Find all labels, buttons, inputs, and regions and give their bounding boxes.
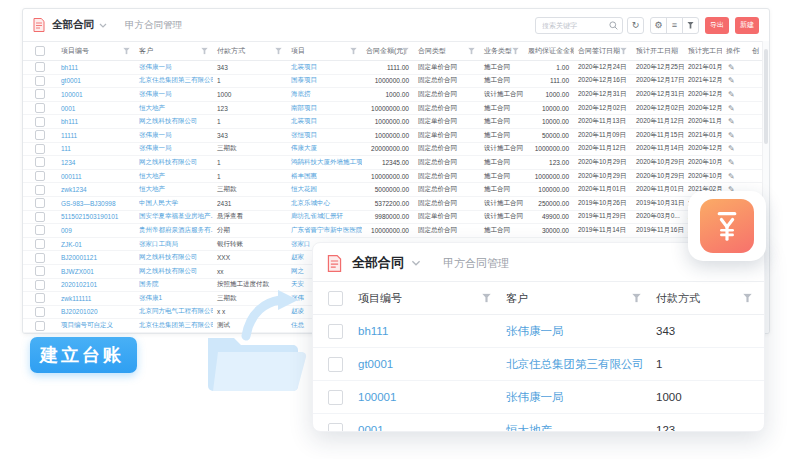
select-all-checkbox[interactable] <box>328 291 343 306</box>
column-header[interactable]: 合同签订日期 <box>574 42 632 61</box>
search-input[interactable] <box>536 22 609 29</box>
cell-code[interactable]: 2020102101 <box>57 278 135 292</box>
chevron-down-icon[interactable] <box>99 23 107 28</box>
columns-icon[interactable]: ≡ <box>666 17 683 34</box>
gear-icon[interactable]: ⚙ <box>650 17 667 34</box>
filter-icon[interactable] <box>482 294 491 303</box>
row-checkbox[interactable] <box>328 324 343 339</box>
filter-icon[interactable] <box>682 17 699 34</box>
column-header[interactable]: 合同类型 <box>414 42 480 61</box>
cell-customer[interactable]: 网之线科技有限公司 <box>135 264 213 278</box>
cell-code[interactable]: 11111 <box>57 128 135 142</box>
edit-icon[interactable]: ✎ <box>728 158 735 167</box>
row-checkbox[interactable] <box>35 266 45 276</box>
edit-icon[interactable]: ✎ <box>728 76 735 85</box>
cell-code[interactable]: 0001 <box>57 101 135 115</box>
cell-code[interactable]: 111 <box>57 142 135 156</box>
cell-customer[interactable]: 张伟康一局 <box>135 61 213 75</box>
cell-code[interactable]: BJWZX001 <box>57 264 135 278</box>
export-button[interactable]: 导出 <box>705 17 729 34</box>
cell-code[interactable]: 000111 <box>57 169 135 183</box>
row-checkbox[interactable] <box>35 117 45 127</box>
edit-icon[interactable]: ✎ <box>728 63 735 72</box>
cell-customer[interactable]: 张伟康一局 <box>135 128 213 142</box>
column-header[interactable]: 合同金额(元) <box>362 42 414 61</box>
row-checkbox[interactable] <box>35 253 45 263</box>
cell-code[interactable]: 1234 <box>57 156 135 170</box>
cell-code[interactable]: 项目编号可自定义 <box>57 319 135 333</box>
cell-customer[interactable]: 国安华夏幸福基业房地产... <box>135 210 213 224</box>
cell-code[interactable]: BJ20001121 <box>57 251 135 265</box>
cell-customer[interactable]: 张伟康一局 <box>135 88 213 102</box>
filter-icon[interactable] <box>123 48 130 55</box>
column-header[interactable]: 客户 <box>505 282 655 315</box>
cell-code[interactable]: GS-983—BJ30998 <box>57 196 135 210</box>
row-checkbox[interactable] <box>328 357 343 372</box>
column-header[interactable]: 付款方式 <box>655 282 765 315</box>
cell-project[interactable]: 北京乐城中心 <box>287 196 362 210</box>
cell-code[interactable]: gt0001 <box>57 74 135 88</box>
cell-customer[interactable]: 北京住总集团第三有限公司 <box>135 74 213 88</box>
filter-icon[interactable] <box>632 294 641 303</box>
edit-icon[interactable]: ✎ <box>728 172 735 181</box>
cell-customer[interactable]: 网之线科技有限公司 <box>135 115 213 129</box>
filter-icon[interactable] <box>275 48 282 55</box>
row-checkbox[interactable] <box>35 225 45 235</box>
cell-project[interactable]: 张恒项目 <box>287 128 362 142</box>
edit-icon[interactable]: ✎ <box>728 117 735 126</box>
column-header[interactable]: 预计开工日期 <box>632 42 684 61</box>
row-checkbox[interactable] <box>35 212 45 222</box>
cell-customer[interactable]: 张伟康一局 <box>505 381 655 414</box>
cell-project[interactable]: 北装项目 <box>287 115 362 129</box>
search-icon[interactable] <box>609 21 622 30</box>
row-checkbox[interactable] <box>35 198 45 208</box>
cell-code[interactable]: 100001 <box>357 381 505 414</box>
cell-code[interactable]: zwk111111 <box>57 292 135 306</box>
filter-icon[interactable] <box>350 48 357 55</box>
cell-project[interactable]: 北装项目 <box>287 61 362 75</box>
cell-customer[interactable]: 张家口工商局 <box>135 237 213 251</box>
filter-icon[interactable] <box>512 48 519 55</box>
cell-project[interactable]: 廊坊孔雀城汇景轩 <box>287 210 362 224</box>
chevron-down-icon[interactable] <box>411 260 421 266</box>
row-checkbox[interactable] <box>35 89 45 99</box>
cell-customer[interactable]: 张伟康一局 <box>135 142 213 156</box>
filter-icon[interactable] <box>201 48 208 55</box>
row-checkbox[interactable] <box>35 280 45 290</box>
row-checkbox[interactable] <box>35 185 45 195</box>
row-checkbox[interactable] <box>35 103 45 113</box>
cell-customer[interactable]: 恒大地产 <box>135 101 213 115</box>
cell-customer[interactable]: 网之线科技有限公司 <box>135 251 213 265</box>
row-checkbox[interactable] <box>35 144 45 154</box>
cell-customer[interactable]: 恒大地产 <box>135 183 213 197</box>
column-header[interactable]: 创 <box>748 42 763 61</box>
select-all-checkbox[interactable] <box>35 46 45 56</box>
cell-code[interactable]: BJ20201020 <box>57 305 135 319</box>
column-header[interactable]: 项目编号 <box>57 42 135 61</box>
cell-code[interactable]: 009 <box>57 224 135 238</box>
column-header[interactable]: 项目 <box>287 42 362 61</box>
cell-project[interactable]: 鸿鹄科技大厦外墙施工项目 <box>287 156 362 170</box>
cell-code[interactable]: 5115021503190101 <box>57 210 135 224</box>
column-header[interactable]: 履约保证金金额(元) <box>524 42 574 61</box>
cell-customer[interactable]: 恒大地产 <box>135 169 213 183</box>
row-checkbox[interactable] <box>35 76 45 86</box>
edit-icon[interactable]: ✎ <box>728 144 735 153</box>
scrollbar-thumb[interactable] <box>764 49 768 144</box>
row-checkbox[interactable] <box>35 321 45 331</box>
cell-customer[interactable]: 贵州帝都府泉酒店服务有... <box>135 224 213 238</box>
row-checkbox[interactable] <box>328 423 343 433</box>
cell-code[interactable]: zwk1234 <box>57 183 135 197</box>
cell-customer[interactable]: 中国人民大学 <box>135 196 213 210</box>
filter-icon[interactable] <box>743 294 752 303</box>
row-checkbox[interactable] <box>35 62 45 72</box>
column-header[interactable]: 客户 <box>135 42 213 61</box>
cell-customer[interactable]: 张伟康一局 <box>505 315 655 348</box>
cell-code[interactable]: 100001 <box>57 88 135 102</box>
edit-icon[interactable]: ✎ <box>728 90 735 99</box>
cell-code[interactable]: bh111 <box>57 115 135 129</box>
filter-icon[interactable] <box>620 48 627 55</box>
column-header[interactable]: 业务类型 <box>480 42 524 61</box>
cell-project[interactable]: 南部项目 <box>287 101 362 115</box>
row-checkbox[interactable] <box>328 390 343 405</box>
